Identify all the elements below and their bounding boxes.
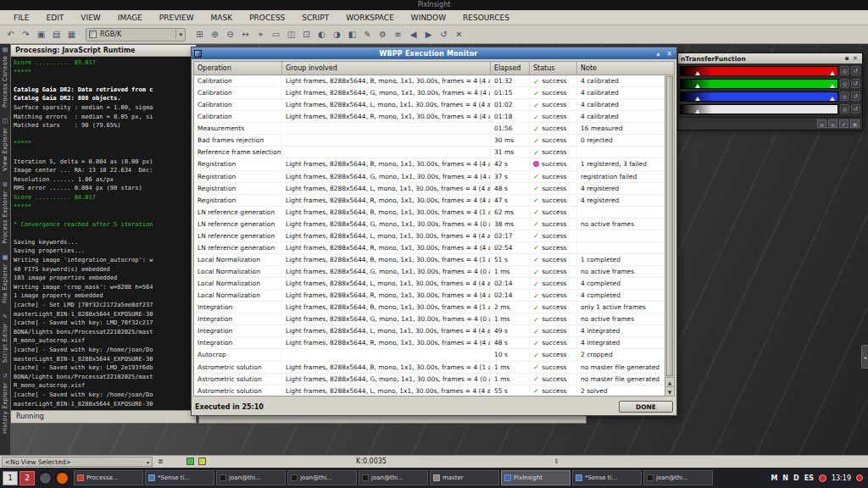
red-channel-reset-icon[interactable]: ↺: [851, 66, 860, 75]
taskbar-window-button[interactable]: master: [430, 470, 499, 485]
scroll-up-icon[interactable]: ▲: [665, 377, 674, 386]
luminance-channel-reset-icon[interactable]: ↺: [851, 104, 860, 114]
red-channel-bar[interactable]: [680, 66, 838, 76]
stf-enabled-check-icon[interactable]: ✓: [839, 119, 849, 128]
menu-mask[interactable]: MASK: [203, 10, 242, 25]
table-row[interactable]: Local NormalizationLight frames, 8288x56…: [194, 278, 674, 290]
duplicate-view-icon[interactable]: ⊡: [299, 27, 314, 42]
table-row[interactable]: Local NormalizationLight frames, 8288x56…: [194, 290, 674, 302]
table-row[interactable]: CalibrationLight frames, 8288x5644, R, m…: [194, 111, 674, 123]
menu-file[interactable]: FILE: [5, 10, 38, 25]
undo-icon[interactable]: ↶: [3, 27, 18, 42]
mask-toggle-icon[interactable]: ◐: [314, 27, 329, 42]
table-row[interactable]: LN reference generationLight frames, 828…: [194, 242, 674, 254]
menu-process[interactable]: PROCESS: [241, 10, 293, 25]
table-row[interactable]: Autocrop10 s✓success2 cropped: [194, 349, 674, 361]
shadow-slider-icon[interactable]: [695, 84, 700, 88]
notification-dot-icon[interactable]: [819, 474, 826, 482]
table-row[interactable]: Bad frames rejection30 ms✓success0 rejec…: [194, 135, 674, 147]
table-row[interactable]: CalibrationLight frames, 8288x5644, G, m…: [194, 87, 674, 99]
menu-preview[interactable]: PREVIEW: [151, 10, 203, 25]
table-row[interactable]: CalibrationLight frames, 8288x5644, L, m…: [194, 99, 674, 111]
iconize-icon[interactable]: ▣: [34, 27, 48, 42]
blue-channel-bar[interactable]: [680, 92, 838, 102]
column-header-elapsed[interactable]: Elapsed: [491, 62, 530, 75]
table-row[interactable]: IntegrationLight frames, 8288x5644, B, m…: [194, 302, 674, 313]
reset-icon[interactable]: ↺: [437, 27, 451, 42]
tray-icon-d[interactable]: D: [793, 474, 799, 482]
taskbar-window-button[interactable]: joan@thi...: [287, 470, 357, 485]
highlight-slider-icon[interactable]: [830, 84, 835, 88]
table-row[interactable]: IntegrationLight frames, 8288x5644, G, m…: [194, 313, 674, 325]
shadow-slider-icon[interactable]: [695, 97, 700, 101]
column-header-note[interactable]: Note: [577, 62, 674, 75]
close-button[interactable]: ✕: [665, 49, 674, 58]
green-channel-bar[interactable]: [680, 79, 838, 89]
highlight-slider-icon[interactable]: [830, 97, 835, 101]
luminance-channel-bar[interactable]: [680, 104, 838, 114]
taskbar-window-button[interactable]: *Sense tí...: [572, 470, 642, 485]
foreground-color-swatch[interactable]: [186, 458, 194, 465]
table-row[interactable]: IntegrationLight frames, 8288x5644, R, m…: [194, 337, 674, 349]
done-button[interactable]: DONE: [619, 401, 673, 413]
invert-mask-icon[interactable]: ◑: [330, 27, 344, 42]
table-row[interactable]: Astrometric solutionLight frames, 8288x5…: [194, 362, 674, 374]
table-row[interactable]: Local NormalizationLight frames, 8288x56…: [194, 254, 674, 266]
column-header-group-involved[interactable]: Group involved: [282, 62, 491, 75]
shadow-slider-icon[interactable]: [695, 109, 700, 114]
alert-dot-icon[interactable]: [856, 474, 863, 481]
table-row[interactable]: Astrometric solutionLight frames, 8288x5…: [194, 385, 674, 396]
tray-icon-n[interactable]: N: [782, 474, 788, 482]
next-view-icon[interactable]: ▶: [421, 27, 436, 42]
stf-pin-icon[interactable]: ▪: [843, 55, 851, 62]
menu-window[interactable]: WINDOW: [403, 10, 454, 25]
table-row[interactable]: CalibrationLight frames, 8288x5644, B, m…: [194, 75, 674, 87]
table-row[interactable]: RegistrationLight frames, 8288x5644, B, …: [194, 158, 674, 170]
table-row[interactable]: LN reference generationLight frames, 828…: [194, 230, 674, 242]
green-channel-track-icon[interactable]: ◎: [840, 79, 849, 88]
menu-edit[interactable]: EDIT: [38, 10, 73, 25]
table-row[interactable]: LN reference generationLight frames, 828…: [194, 219, 674, 230]
table-row[interactable]: Local NormalizationLight frames, 8288x56…: [194, 266, 674, 278]
shade-window-icon[interactable]: ▤: [49, 27, 64, 42]
side-tab-file-explorer[interactable]: ▦File Explorer: [2, 254, 8, 303]
menu-workspace[interactable]: WORKSPACE: [337, 10, 403, 25]
table-row[interactable]: Astrometric solutionLight frames, 8288x5…: [194, 374, 674, 385]
blue-channel-track-icon[interactable]: ◎: [840, 92, 849, 101]
stf-icon[interactable]: ◧: [345, 27, 359, 42]
side-tab-script-editor[interactable]: ✎Script Editor: [2, 313, 8, 363]
table-row[interactable]: Reference frame selection31 ms✓success: [194, 147, 674, 158]
stf-boost-checkbox-icon[interactable]: ▫: [817, 119, 826, 128]
zoom-in-icon[interactable]: ⊕: [208, 27, 222, 42]
resize-grip-icon[interactable]: ⇕: [554, 458, 559, 465]
side-tab-process-explorer[interactable]: ⚙Process Explorer: [2, 181, 8, 244]
luminance-channel-track-icon[interactable]: ◎: [840, 104, 849, 114]
column-header-operation[interactable]: Operation: [194, 62, 282, 75]
stf-link-checkbox-icon[interactable]: ▫: [828, 119, 837, 128]
menu-script[interactable]: SCRIPT: [293, 10, 337, 25]
clock[interactable]: 13:19: [832, 474, 851, 482]
red-channel-track-icon[interactable]: ◎: [840, 66, 849, 75]
shade-button[interactable]: ▴: [654, 49, 663, 58]
blue-channel-reset-icon[interactable]: ↺: [851, 92, 860, 101]
scrollbar-thumb[interactable]: [666, 76, 673, 376]
highlight-slider-icon[interactable]: [830, 109, 835, 114]
zoom-out-icon[interactable]: ⊖: [223, 27, 237, 42]
show-desktop-icon[interactable]: [39, 472, 52, 485]
highlight-slider-icon[interactable]: [830, 71, 835, 75]
table-row[interactable]: LN reference generationLight frames, 828…: [194, 207, 674, 219]
menu-image[interactable]: IMAGE: [109, 10, 151, 25]
stf-title-bar[interactable]: nTransferFunction ▪ ✕: [678, 53, 862, 64]
background-color-swatch[interactable]: [198, 458, 206, 465]
menu-resources[interactable]: RESOURCES: [454, 10, 518, 25]
taskbar-window-button[interactable]: Processa...: [74, 470, 143, 485]
table-scrollbar[interactable]: ▲ ▼: [665, 75, 674, 396]
previous-view-icon[interactable]: ◀: [406, 27, 420, 42]
table-row[interactable]: RegistrationLight frames, 8288x5644, R, …: [194, 195, 674, 207]
readout-icon[interactable]: ⌖: [253, 27, 268, 42]
table-row[interactable]: RegistrationLight frames, 8288x5644, G, …: [194, 171, 674, 183]
redo-icon[interactable]: ↷: [19, 27, 33, 42]
taskbar-window-button[interactable]: joan@thi...: [359, 470, 428, 485]
taskbar-window-button[interactable]: PixInsight: [501, 470, 570, 485]
menu-view[interactable]: VIEW: [72, 10, 108, 25]
